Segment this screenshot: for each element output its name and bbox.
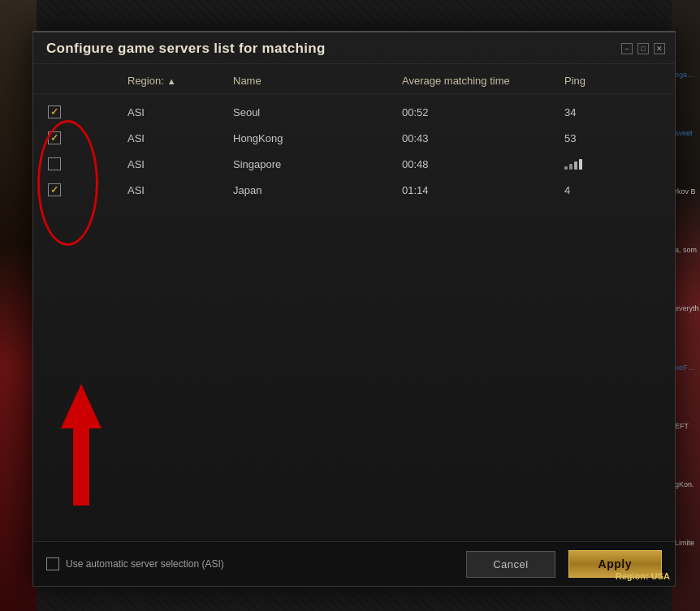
side-text-6: oeFrom bbox=[675, 364, 697, 372]
window-controls: − □ ✕ bbox=[621, 43, 665, 54]
side-text-7: EFT bbox=[675, 422, 697, 430]
row1-region: ASI bbox=[127, 106, 233, 118]
row4-ping: 4 bbox=[564, 184, 662, 196]
sort-arrow-icon: ▲ bbox=[167, 76, 176, 86]
header-region: Region: ▲ bbox=[127, 75, 233, 87]
side-text-3: rkov B bbox=[675, 187, 697, 196]
row3-checkbox-wrapper[interactable] bbox=[46, 156, 63, 172]
auto-select-checkbox[interactable] bbox=[46, 557, 59, 570]
bg-left-panel bbox=[0, 0, 37, 611]
side-text-5: everyth bbox=[675, 304, 697, 312]
row4-checkbox-wrapper[interactable] bbox=[46, 182, 63, 198]
row3-region: ASI bbox=[127, 158, 233, 170]
row1-checkbox[interactable] bbox=[48, 105, 61, 118]
region-value: USA bbox=[651, 571, 670, 581]
row1-checkbox-wrapper[interactable] bbox=[46, 104, 63, 120]
table-row: ASI Singapore 00:48 bbox=[33, 151, 675, 177]
restore-button[interactable]: □ bbox=[637, 43, 649, 54]
table-row: ASI HongKong 00:43 53 bbox=[33, 125, 675, 151]
row4-checkbox[interactable] bbox=[48, 183, 61, 196]
table-row: ASI Japan 01:14 4 bbox=[33, 177, 675, 203]
header-checkbox-col bbox=[46, 75, 127, 87]
row3-ping bbox=[564, 159, 662, 170]
close-button[interactable]: ✕ bbox=[654, 43, 665, 54]
header-name: Name bbox=[233, 75, 402, 87]
dialog-title: Configure game servers list for matching bbox=[46, 41, 326, 57]
ping-dot-1 bbox=[564, 166, 568, 170]
ping-dot-3 bbox=[574, 161, 577, 170]
row4-name: Japan bbox=[233, 184, 402, 196]
header-ping: Ping bbox=[564, 75, 662, 87]
footer: Use automatic server selection (ASI) Can… bbox=[33, 541, 675, 586]
ping-dot-2 bbox=[569, 164, 573, 170]
dialog-window: Configure game servers list for matching… bbox=[32, 31, 676, 587]
row4-region: ASI bbox=[127, 184, 233, 196]
side-text-4: a, som bbox=[675, 246, 697, 254]
region-indicator: Region: USA bbox=[616, 571, 670, 581]
cancel-button[interactable]: Cancel bbox=[466, 551, 555, 578]
title-bar: Configure game servers list for matching… bbox=[33, 32, 675, 64]
row2-region: ASI bbox=[127, 132, 233, 144]
row3-name: Singapore bbox=[233, 158, 402, 170]
main-content: Region: ▲ Name Average matching time Pin… bbox=[33, 68, 675, 541]
row3-checkbox[interactable] bbox=[48, 157, 61, 170]
row2-name: HongKong bbox=[233, 132, 402, 144]
row3-avg-time: 00:48 bbox=[402, 158, 564, 170]
row2-avg-time: 00:43 bbox=[402, 132, 564, 144]
row1-name: Seoul bbox=[233, 106, 402, 118]
auto-select-label: Use automatic server selection (ASI) bbox=[66, 558, 224, 570]
table-body: ASI Seoul 00:52 34 ASI HongKong 00:43 53 bbox=[33, 94, 675, 208]
side-text-2: tweet bbox=[675, 129, 697, 137]
minimize-button[interactable]: − bbox=[621, 43, 633, 54]
ping-dots-icon bbox=[564, 159, 662, 170]
header-avg-time: Average matching time bbox=[402, 75, 564, 87]
ping-dot-4 bbox=[579, 159, 582, 170]
row1-ping: 34 bbox=[564, 106, 662, 118]
side-panel-right: egame tweet rkov B a, som everyth oeFrom… bbox=[672, 31, 700, 587]
row1-avg-time: 00:52 bbox=[402, 106, 564, 118]
side-text-8: gKon. bbox=[675, 480, 697, 488]
row2-ping: 53 bbox=[564, 132, 662, 144]
row2-checkbox-wrapper[interactable] bbox=[46, 130, 63, 146]
table-row: ASI Seoul 00:52 34 bbox=[33, 99, 675, 125]
side-text-1: egame bbox=[675, 71, 697, 79]
row4-avg-time: 01:14 bbox=[402, 184, 564, 196]
side-text-9: Limite bbox=[675, 539, 697, 547]
table-header: Region: ▲ Name Average matching time Pin… bbox=[33, 68, 675, 94]
auto-select-wrapper[interactable]: Use automatic server selection (ASI) bbox=[46, 557, 224, 570]
row2-checkbox[interactable] bbox=[48, 131, 61, 144]
